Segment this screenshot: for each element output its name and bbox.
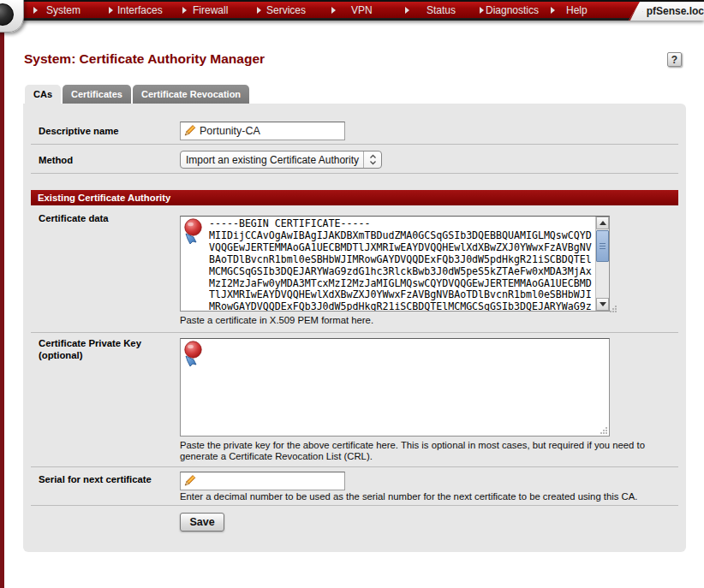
certificate-scrollbar[interactable]: [595, 217, 609, 311]
nav-item-interfaces[interactable]: Interfaces: [109, 2, 163, 18]
certificate-seal-icon: [182, 218, 206, 245]
menu-arrow-icon: [551, 7, 555, 14]
descriptive-name-value: Portunity-CA: [200, 125, 260, 137]
private-key-help: Paste the private key for the above cert…: [180, 440, 678, 462]
nav-label: Services: [266, 4, 306, 16]
certificate-data-textarea[interactable]: -----BEGIN CERTIFICATE----- MIIDijCCAvOg…: [180, 216, 610, 312]
descriptive-name-input[interactable]: Portunity-CA: [180, 122, 345, 140]
certificate-seal-icon: [182, 341, 206, 367]
page-title: System: Certificate Authority Manager: [24, 51, 265, 67]
hostname-tab[interactable]: pfSense.loc: [627, 2, 704, 21]
pfsense-logo-icon: [0, 3, 14, 26]
nav-label: Diagnostics: [486, 4, 539, 16]
ca-form-panel: Descriptive name Portunity-CA Method Imp…: [23, 104, 686, 552]
tab-certificate-revocation[interactable]: Certificate Revocation: [133, 85, 249, 104]
certificate-data-label: Certificate data: [39, 213, 109, 223]
row-divider: [31, 466, 678, 467]
row-divider: [31, 144, 678, 145]
nav-label: Firewall: [193, 4, 228, 16]
menu-arrow-icon: [480, 7, 484, 14]
nav-label: Interfaces: [117, 4, 163, 16]
tab-cas[interactable]: CAs: [25, 85, 61, 104]
serial-label: Serial for next certificate: [39, 474, 152, 484]
resize-grip-icon[interactable]: [600, 426, 607, 434]
nav-label: System: [46, 4, 81, 16]
nav-item-services[interactable]: Services: [257, 2, 306, 18]
certificate-data-help: Paste a certificate in X.509 PEM format …: [180, 315, 373, 326]
help-icon[interactable]: ?: [667, 52, 682, 67]
menu-arrow-icon: [257, 7, 261, 14]
menu-arrow-icon: [331, 7, 336, 14]
tab-edge: [627, 2, 639, 21]
method-label: Method: [39, 155, 73, 165]
scrollbar-thumb[interactable]: [596, 230, 609, 262]
private-key-label: Certificate Private Key (optional): [39, 338, 154, 361]
tab-bar: CAs Certificates Certificate Revocation: [25, 85, 249, 104]
descriptive-name-label: Descriptive name: [39, 126, 119, 136]
nav-item-firewall[interactable]: Firewall: [182, 2, 228, 18]
pfsense-logo: [0, 0, 24, 33]
nav-item-status[interactable]: Status: [405, 2, 456, 18]
nav-item-vpn[interactable]: VPN: [331, 2, 373, 18]
method-select[interactable]: Import an existing Certificate Authority: [180, 151, 382, 169]
scroll-down-icon[interactable]: [596, 298, 609, 311]
menu-arrow-icon: [182, 7, 187, 14]
pencil-icon: [182, 124, 196, 138]
hostname-label: pfSense.loc: [647, 5, 704, 17]
left-accent-strip: [0, 33, 4, 588]
nav-item-diagnostics[interactable]: Diagnostics: [480, 2, 539, 18]
save-button[interactable]: Save: [180, 513, 224, 532]
section-header-existing-ca: Existing Certificate Authority: [31, 190, 678, 205]
row-divider: [31, 505, 678, 506]
pencil-icon: [182, 474, 196, 488]
row-divider: [31, 332, 678, 333]
menu-arrow-icon: [33, 7, 38, 14]
private-key-textarea[interactable]: [180, 338, 610, 437]
serial-input[interactable]: [180, 472, 345, 490]
tab-certificates[interactable]: Certificates: [63, 85, 131, 104]
row-divider: [31, 173, 678, 174]
top-nav-bar: System Interfaces Firewall Services VPN …: [0, 0, 704, 21]
nav-item-system[interactable]: System: [33, 2, 81, 18]
serial-help: Enter a decimal number to be used as the…: [180, 491, 668, 502]
select-spinner-icon: [363, 151, 381, 168]
network-icon: [642, 6, 643, 17]
certificate-pem-text: -----BEGIN CERTIFICATE----- MIIDijCCAvOg…: [209, 218, 594, 311]
nav-label: VPN: [351, 4, 373, 16]
scroll-up-icon[interactable]: [596, 217, 609, 229]
menu-arrow-icon: [109, 7, 113, 14]
nav-label: Status: [427, 4, 456, 16]
nav-item-help[interactable]: Help: [551, 2, 588, 18]
menu-arrow-icon: [405, 7, 409, 14]
nav-label: Help: [566, 4, 588, 16]
method-selected-value: Import an existing Certificate Authority: [181, 154, 363, 166]
resize-grip-icon[interactable]: [609, 305, 617, 312]
